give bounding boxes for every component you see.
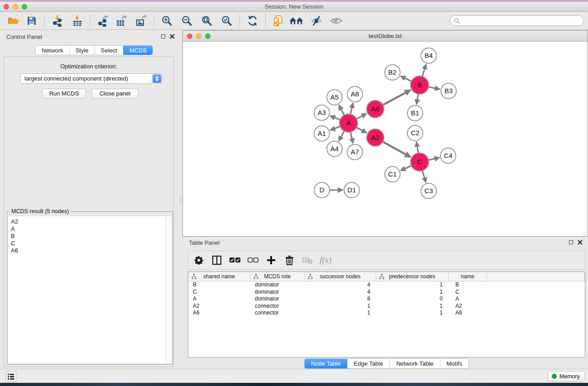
home-icon[interactable] (289, 14, 304, 28)
window-resize-grip[interactable] (582, 230, 587, 236)
table-row[interactable]: A2connector11A2 (188, 303, 585, 310)
select-stepper-icon (153, 74, 161, 83)
tab-edge-table[interactable]: Edge Table (347, 359, 390, 368)
table-panel-title: Table Panel (189, 239, 220, 246)
column-header-successor-nodes[interactable]: successor nodes (305, 272, 376, 281)
control-panel-window-buttons (161, 34, 175, 39)
table-cell: A6 (188, 310, 250, 317)
tab-node-table[interactable]: Node Table (305, 359, 347, 368)
import-network-icon[interactable] (50, 14, 65, 28)
import-table-icon[interactable] (70, 14, 85, 28)
float-panel-icon[interactable] (161, 34, 165, 38)
splitter-grip[interactable] (180, 197, 183, 203)
run-mcds-button[interactable]: Run MCDS (42, 89, 86, 99)
tab-motifs[interactable]: Motifs (440, 359, 469, 368)
table-cell: 1 (376, 289, 449, 296)
toolbar-separator (265, 14, 266, 27)
tab-style[interactable]: Style (69, 46, 95, 55)
mcds-result-title: MCDS result (5 nodes) (10, 208, 71, 214)
unselect-all-icon[interactable] (247, 254, 259, 266)
search-field[interactable] (450, 15, 584, 26)
close-panel-icon[interactable] (170, 34, 175, 39)
zoom-fit-icon[interactable] (200, 14, 214, 28)
tab-network-table[interactable]: Network Table (389, 359, 440, 368)
tab-network[interactable]: Network (36, 46, 69, 55)
table-row[interactable]: A6connector11A6 (188, 310, 585, 317)
function-builder-icon[interactable]: f(x) (320, 255, 331, 265)
hide-graphics-details-icon[interactable] (309, 14, 324, 28)
table-cell: 1 (376, 281, 449, 289)
result-list-item[interactable]: C (11, 240, 166, 247)
table-cell: 1 (305, 310, 376, 317)
network-window-titlebar[interactable]: testGlobe.txt (183, 31, 588, 42)
node-label-A2: A2 (371, 133, 379, 141)
node-label-D1: D1 (347, 186, 356, 194)
zoom-in-icon[interactable] (160, 14, 174, 28)
criterion-select[interactable]: largest connected component (directed) (20, 73, 162, 84)
tab-mcds[interactable]: MCDS (123, 46, 153, 55)
network-canvas[interactable]: AA1A2A3A4A5A6A7A8BB1B2B3B4CC1C2C3C4DD1 (183, 42, 588, 236)
table-panel-window-buttons (569, 240, 583, 245)
control-panel-title: Control Panel (6, 33, 42, 40)
window-title: Session: New Session (0, 3, 588, 10)
table-cell-filler (487, 289, 585, 296)
zoom-out-icon[interactable] (180, 14, 194, 28)
apply-preferred-layout-icon[interactable] (245, 14, 260, 28)
table-cell: B (188, 281, 250, 289)
column-header-mcds-role[interactable]: MCDS role (250, 272, 305, 281)
close-panel-icon[interactable] (578, 240, 583, 245)
column-header-shared-name[interactable]: shared name (188, 272, 250, 281)
show-columns-icon[interactable] (211, 254, 223, 266)
open-session-icon[interactable] (6, 14, 21, 28)
table-cell: C (188, 289, 250, 296)
settings-gear-icon[interactable] (193, 254, 205, 266)
memory-button[interactable]: Memory (548, 371, 585, 381)
toolbar-separator (154, 14, 154, 27)
result-list-item[interactable]: A (11, 225, 166, 233)
search-input[interactable] (462, 17, 583, 25)
export-table-icon[interactable] (114, 14, 129, 28)
add-row-icon[interactable] (265, 254, 277, 266)
result-list-item[interactable]: A6 (11, 247, 166, 254)
column-header-filler (487, 272, 585, 281)
table-cell-filler (487, 295, 585, 303)
table-panel: Table Panel (182, 237, 588, 371)
result-list-item[interactable]: B (11, 233, 166, 240)
node-label-C1: C1 (388, 170, 397, 178)
optimization-criterion-label: Optimization criterion: (4, 63, 173, 70)
task-list-icon (8, 374, 14, 380)
result-list-scrollbar[interactable] (166, 216, 172, 363)
zoom-selected-icon[interactable] (220, 14, 234, 28)
criterion-select-value: largest connected component (directed) (24, 75, 128, 82)
result-list-item[interactable]: A2 (11, 218, 166, 225)
table-toolbar: f(x) (188, 251, 585, 270)
tab-select[interactable]: Select (95, 46, 123, 55)
select-all-icon[interactable] (229, 254, 241, 266)
delete-table-icon[interactable] (301, 254, 313, 266)
node-label-B: B (417, 81, 422, 89)
eye-icon[interactable] (329, 14, 344, 28)
delete-row-trash-icon[interactable] (283, 254, 295, 266)
node-label-A5: A5 (330, 93, 339, 101)
close-panel-button[interactable]: Close panel (91, 89, 139, 99)
node-label-B3: B3 (445, 87, 453, 95)
save-session-icon[interactable] (24, 14, 39, 28)
export-network-icon[interactable] (96, 14, 110, 28)
table-cell-filler (487, 303, 585, 310)
task-history-button[interactable] (5, 371, 16, 382)
table-row[interactable]: Adominator80A (188, 295, 585, 303)
column-header-name[interactable]: name (449, 272, 487, 281)
table-cell: connector (250, 310, 305, 317)
node-label-A3: A3 (318, 109, 326, 116)
clone-network-icon[interactable] (271, 14, 286, 28)
table-row[interactable]: Cdominator41C (188, 289, 585, 296)
column-header-predecessor-nodes[interactable]: predecessor nodes (376, 272, 449, 281)
toolbar-separator (44, 14, 45, 27)
table-row[interactable]: Bdominator41B (188, 281, 585, 289)
toolbar-separator (90, 14, 91, 27)
float-panel-icon[interactable] (569, 240, 573, 244)
mcds-result-list[interactable]: A2ABCA6 (8, 216, 166, 363)
table-cell: dominator (250, 289, 305, 296)
export-image-icon[interactable] (134, 14, 148, 28)
table-cell: 8 (305, 295, 376, 303)
